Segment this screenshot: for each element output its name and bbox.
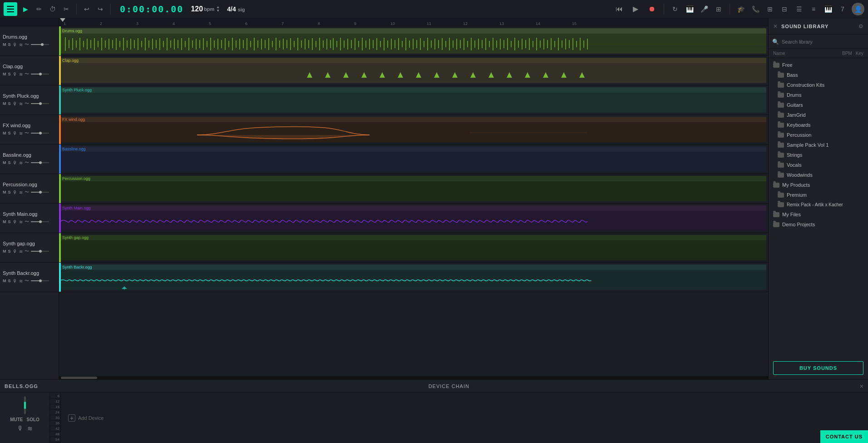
solo-btn-percussion[interactable]: S — [8, 190, 11, 194]
mute-btn-clap[interactable]: M — [3, 72, 6, 76]
mute-btn-synth-pluck[interactable]: M — [3, 101, 6, 106]
clip-bassline[interactable]: Bassline.ogg — [61, 146, 766, 172]
bottom-eq-icon[interactable]: ≋ — [27, 425, 33, 432]
mic-btn-clap[interactable]: 🎙 — [13, 72, 17, 77]
eq-btn-percussion[interactable]: ≋ — [19, 190, 23, 195]
library-search-input[interactable] — [782, 39, 864, 45]
clip-synth-main[interactable]: Synth Main.ogg — [61, 205, 766, 231]
library-item-percussion[interactable]: Percussion — [769, 130, 868, 140]
library-item-keyboards[interactable]: Keyboards — [769, 120, 868, 130]
library-item-free[interactable]: Free — [769, 60, 868, 70]
library-item-my-files[interactable]: My Files — [769, 209, 868, 219]
clock-tool[interactable]: ⏱ — [47, 4, 58, 15]
mic-btn-synth-backr[interactable]: 🎙 — [13, 279, 17, 284]
library-item-jamgrid[interactable]: JamGrid — [769, 110, 868, 120]
library-item-demo-projects[interactable]: Demo Projects — [769, 219, 868, 229]
library-close-btn[interactable]: ✕ — [773, 23, 778, 30]
mute-btn-drums[interactable]: M — [3, 42, 6, 47]
grid-icon[interactable]: ⊞ — [764, 4, 775, 15]
solo-btn-bassline[interactable]: S — [8, 160, 11, 165]
eq-btn-bassline[interactable]: ≋ — [19, 160, 23, 165]
library-item-my-products[interactable]: My Products — [769, 180, 868, 190]
bottom-solo-btn[interactable]: SOLO — [27, 417, 39, 422]
pattern-icon[interactable]: ⊟ — [779, 4, 790, 15]
eq-btn-drums[interactable]: ≋ — [19, 42, 23, 47]
wave-btn-bassline[interactable]: 〜 — [25, 159, 29, 166]
bottom-mute-btn[interactable]: MUTE — [10, 417, 23, 422]
eq-btn-synth-backr[interactable]: ≋ — [19, 279, 23, 284]
mixer-icon[interactable]: ≡ — [808, 4, 819, 15]
track-lanes[interactable]: Drums.ogg // Will generate inline — [59, 26, 768, 376]
contact-us-btn[interactable]: CONTACT US — [820, 430, 868, 443]
library-item-guitars[interactable]: Guitars — [769, 100, 868, 110]
record-btn[interactable]: ⏺ — [646, 3, 658, 15]
solo-btn-synth-backr[interactable]: S — [8, 279, 11, 283]
loop-icon[interactable]: ↻ — [670, 4, 681, 15]
undo-btn[interactable]: ↩ — [81, 4, 92, 15]
clip-fx-wind[interactable]: FX wind.ogg — [61, 117, 766, 142]
solo-btn-drums[interactable]: S — [8, 42, 11, 47]
volume-fx-wind[interactable] — [31, 133, 49, 134]
learn-icon[interactable]: 🎓 — [735, 4, 746, 15]
eq-btn-fx-wind[interactable]: ≋ — [19, 131, 23, 136]
bpm-down[interactable]: ▼ — [216, 9, 220, 13]
scrollbar-thumb-h[interactable] — [61, 377, 97, 379]
mute-btn-percussion[interactable]: M — [3, 190, 6, 194]
mic-btn-fx-wind[interactable]: 🎙 — [13, 131, 17, 136]
library-item-strings[interactable]: Strings — [769, 150, 868, 160]
volume-synth-gap[interactable] — [31, 251, 49, 252]
wave-btn-synth-main[interactable]: 〜 — [25, 219, 29, 225]
eq-icon[interactable]: ☰ — [794, 4, 804, 15]
pencil-tool[interactable]: ✏ — [34, 4, 44, 15]
mic-btn-percussion[interactable]: 🎙 — [13, 190, 17, 195]
solo-btn-fx-wind[interactable]: S — [8, 131, 11, 135]
volume-drums[interactable] — [31, 44, 49, 45]
wave-btn-fx-wind[interactable]: 〜 — [25, 130, 29, 136]
bottom-close-btn[interactable]: × — [860, 383, 863, 390]
mic-btn-synth-main[interactable]: 🎙 — [13, 219, 17, 224]
bpm-value[interactable]: 120 — [191, 5, 203, 13]
volume-synth-main[interactable] — [31, 221, 49, 222]
clip-synth-backr[interactable]: Synth Backr.ogg — [61, 264, 766, 290]
library-item-remix-pack[interactable]: Remix Pack - Artik x Kacher — [769, 200, 868, 209]
scissors-tool[interactable]: ✂ — [61, 4, 72, 15]
clip-synth-pluck[interactable]: Synth Pluck.ogg — [61, 87, 766, 113]
mute-btn-synth-main[interactable]: M — [3, 219, 6, 224]
eq-btn-synth-pluck[interactable]: ≋ — [19, 101, 23, 106]
buy-sounds-btn[interactable]: BUY SOUNDS — [773, 361, 863, 375]
volume-synth-backr[interactable] — [31, 280, 49, 281]
midi-icon[interactable]: 🎹 — [684, 4, 695, 15]
mute-btn-synth-gap[interactable]: M — [3, 249, 6, 254]
solo-btn-clap[interactable]: S — [8, 72, 11, 76]
audio-icon[interactable]: 🎤 — [699, 4, 710, 15]
volume-bassline[interactable] — [31, 162, 49, 163]
arrange-icon[interactable]: ⊞ — [713, 4, 724, 15]
library-item-bass[interactable]: Bass — [769, 70, 868, 80]
add-device-btn[interactable]: + Add Device — [68, 414, 104, 422]
bottom-mic-icon[interactable]: 🎙 — [17, 425, 24, 432]
library-item-vocals[interactable]: Vocals — [769, 160, 868, 170]
eq-btn-clap[interactable]: ≋ — [19, 72, 23, 77]
library-item-construction-kits[interactable]: Construction Kits — [769, 80, 868, 90]
timeline-ruler[interactable]: 1 2 3 4 5 6 7 8 9 10 11 12 13 14 15 — [59, 18, 768, 26]
clip-percussion[interactable]: Percussion.ogg — [61, 176, 766, 201]
eq-btn-synth-main[interactable]: ≋ — [19, 219, 23, 224]
wave-btn-synth-backr[interactable]: 〜 — [25, 278, 29, 284]
mute-btn-synth-backr[interactable]: M — [3, 279, 6, 283]
mute-btn-fx-wind[interactable]: M — [3, 131, 6, 135]
skip-back-btn[interactable]: ⏮ — [613, 3, 626, 15]
volume-synth-pluck[interactable] — [31, 103, 49, 104]
solo-btn-synth-gap[interactable]: S — [8, 249, 11, 254]
play-btn[interactable]: ▶ — [629, 3, 642, 15]
wave-btn-synth-gap[interactable]: 〜 — [25, 248, 29, 254]
bpm-arrows[interactable]: ▲ ▼ — [216, 5, 220, 13]
redo-btn[interactable]: ↪ — [95, 4, 106, 15]
clip-drums[interactable]: Drums.ogg // Will generate inline — [61, 28, 766, 54]
volume-percussion[interactable] — [31, 192, 49, 193]
hamburger-menu[interactable] — [4, 2, 17, 16]
library-item-drums[interactable]: Drums — [769, 90, 868, 100]
library-item-premium[interactable]: Premium — [769, 190, 868, 200]
wave-btn-synth-pluck[interactable]: 〜 — [25, 100, 29, 107]
eq-btn-synth-gap[interactable]: ≋ — [19, 249, 23, 254]
clip-clap[interactable]: Clap.ogg — [61, 58, 766, 83]
